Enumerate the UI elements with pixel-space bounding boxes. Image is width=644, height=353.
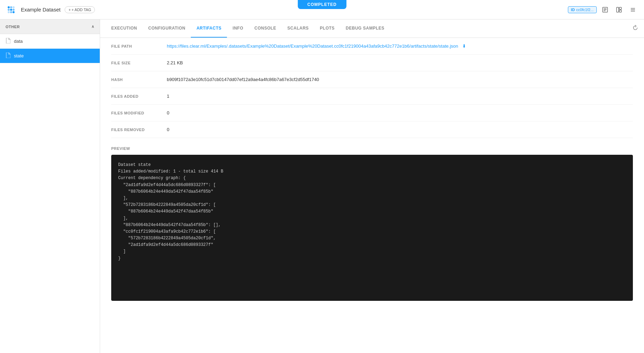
files-added-row: FILES ADDED 1 bbox=[111, 88, 633, 105]
add-tag-label: + ADD TAG bbox=[72, 8, 91, 12]
svg-point-6 bbox=[8, 11, 10, 13]
app-title: Example Dataset bbox=[21, 7, 60, 13]
file-path-value: https://files.clear.ml/Examples/.dataset… bbox=[167, 43, 466, 49]
menu-icon-button[interactable] bbox=[627, 4, 638, 15]
id-badge: ID cc0fc1f2... bbox=[568, 6, 597, 13]
tab-debug-samples[interactable]: DEBUG SAMPLES bbox=[340, 19, 390, 38]
sidebar-item-state-label: state bbox=[14, 53, 24, 58]
sidebar-section-label: OTHER bbox=[6, 25, 20, 29]
plus-icon: + bbox=[68, 8, 71, 12]
app-logo-icon bbox=[6, 4, 17, 15]
tab-artifacts[interactable]: ARTIFACTS bbox=[191, 19, 227, 38]
content-area: EXECUTION CONFIGURATION ARTIFACTS INFO C… bbox=[100, 19, 644, 353]
svg-point-2 bbox=[13, 6, 15, 8]
file-path-label: FILE PATH bbox=[111, 44, 167, 48]
svg-rect-14 bbox=[619, 7, 621, 9]
files-removed-value: 0 bbox=[167, 127, 169, 132]
sidebar: OTHER ∧ data state bbox=[0, 19, 100, 353]
refresh-icon[interactable] bbox=[632, 25, 638, 32]
add-tag-button[interactable]: + + ADD TAG bbox=[65, 6, 95, 13]
files-removed-label: FILES REMOVED bbox=[111, 128, 167, 132]
svg-point-0 bbox=[8, 6, 10, 8]
layout-icon bbox=[616, 7, 622, 13]
svg-point-8 bbox=[13, 11, 15, 13]
report-icon-button[interactable] bbox=[600, 4, 611, 15]
svg-rect-15 bbox=[619, 10, 621, 12]
id-value: cc0fc1f2... bbox=[576, 8, 594, 12]
layout-icon-button[interactable] bbox=[613, 4, 625, 15]
sidebar-item-data-label: data bbox=[14, 39, 23, 44]
tab-plots[interactable]: PLOTS bbox=[314, 19, 340, 38]
file-icon-state bbox=[6, 53, 10, 59]
svg-point-4 bbox=[10, 9, 12, 11]
svg-point-1 bbox=[10, 6, 12, 8]
file-size-value: 2.21 KB bbox=[167, 60, 183, 65]
main-layout: OTHER ∧ data state EXE bbox=[0, 19, 644, 353]
hash-label: HASH bbox=[111, 78, 167, 82]
status-badge: COMPLETED bbox=[297, 0, 346, 9]
hamburger-icon bbox=[630, 7, 636, 13]
sidebar-section-header: OTHER ∧ bbox=[0, 19, 100, 34]
file-details: FILE PATH https://files.clear.ml/Example… bbox=[100, 38, 644, 138]
tab-scalars[interactable]: SCALARS bbox=[282, 19, 315, 38]
tabs-bar: EXECUTION CONFIGURATION ARTIFACTS INFO C… bbox=[100, 19, 644, 38]
file-icon-data bbox=[6, 38, 10, 45]
preview-section: PREVIEW Dataset state Files added/modifi… bbox=[100, 138, 644, 312]
file-size-label: FILE SIZE bbox=[111, 61, 167, 65]
tab-info[interactable]: INFO bbox=[227, 19, 249, 38]
tab-execution[interactable]: EXECUTION bbox=[106, 19, 143, 38]
file-path-row: FILE PATH https://files.clear.ml/Example… bbox=[111, 38, 633, 55]
tab-configuration[interactable]: CONFIGURATION bbox=[143, 19, 191, 38]
hash-row: HASH b909f1072a3e10fc51d7cb0147dd07ef12a… bbox=[111, 71, 633, 88]
svg-point-3 bbox=[8, 9, 10, 11]
files-removed-row: FILES REMOVED 0 bbox=[111, 121, 633, 138]
report-icon bbox=[602, 7, 608, 13]
header-actions: ID cc0fc1f2... bbox=[568, 4, 638, 15]
tab-console[interactable]: CONSOLE bbox=[249, 19, 282, 38]
file-path-link[interactable]: https://files.clear.ml/Examples/.dataset… bbox=[167, 43, 458, 49]
id-label: ID bbox=[571, 8, 575, 12]
file-size-row: FILE SIZE 2.21 KB bbox=[111, 55, 633, 71]
files-modified-row: FILES MODIFIED 0 bbox=[111, 105, 633, 121]
sidebar-item-data[interactable]: data bbox=[0, 34, 100, 49]
chevron-up-icon: ∧ bbox=[91, 24, 95, 29]
files-modified-label: FILES MODIFIED bbox=[111, 111, 167, 115]
download-icon[interactable]: ⬇ bbox=[462, 43, 466, 49]
files-modified-value: 0 bbox=[167, 110, 169, 115]
hash-value: b909f1072a3e10fc51d7cb0147dd07ef12a9ae4a… bbox=[167, 77, 319, 82]
preview-code: Dataset state Files added/modified: 1 - … bbox=[111, 155, 633, 301]
preview-title: PREVIEW bbox=[111, 146, 633, 151]
files-added-label: FILES ADDED bbox=[111, 94, 167, 98]
svg-rect-13 bbox=[617, 7, 619, 12]
files-added-value: 1 bbox=[167, 94, 169, 99]
sidebar-item-state[interactable]: state bbox=[0, 49, 100, 63]
svg-point-5 bbox=[13, 9, 15, 11]
svg-point-7 bbox=[10, 11, 12, 13]
